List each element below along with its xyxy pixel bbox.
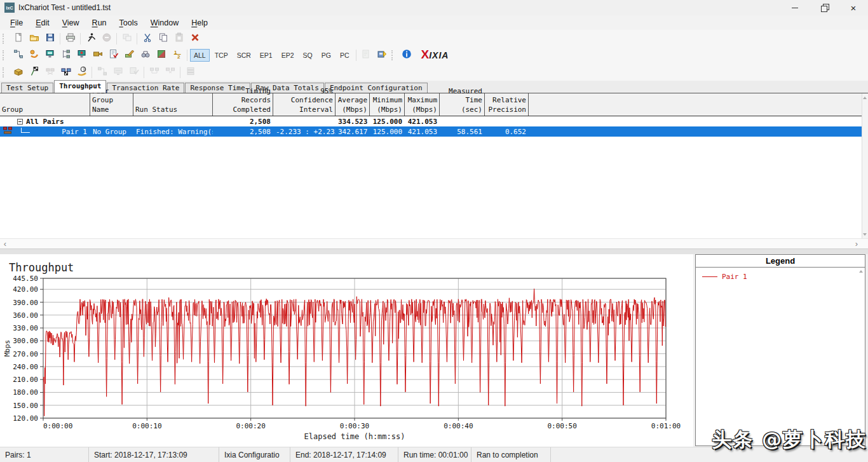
column-header-measured[interactable]: Measured Time (sec) [440, 93, 485, 116]
column-header-pair-group[interactable]: Pair Group Name [90, 93, 133, 116]
hand-checkered-ball-icon [77, 66, 87, 79]
cut-button[interactable] [139, 32, 155, 46]
pair-checkered-flags-button[interactable] [58, 65, 74, 79]
legend-scroll-up-icon[interactable] [859, 270, 863, 273]
cell-3: 2,508 [213, 128, 273, 136]
menu-edit[interactable]: Edit [29, 17, 56, 29]
filter-pc-button[interactable]: PC [336, 49, 353, 62]
svg-text:390.00: 390.00 [13, 299, 38, 307]
toolbar-grip[interactable] [3, 50, 7, 60]
new-document-button[interactable] [10, 32, 26, 46]
toolbar-separator [137, 33, 137, 44]
print-button[interactable] [62, 32, 78, 46]
scroll-left-icon[interactable]: ‹ [0, 240, 10, 248]
column-header-minimum[interactable]: Minimum (Mbps) [370, 93, 405, 116]
checkered-pin-button[interactable] [26, 65, 42, 79]
menu-help[interactable]: Help [185, 17, 214, 29]
add-video-multicast-button[interactable] [90, 48, 105, 62]
table-vertical-scrollbar[interactable] [862, 93, 868, 239]
hand-checkered-ball-button[interactable] [74, 65, 90, 79]
menu-tools[interactable]: Tools [113, 17, 144, 29]
column-header-maximum[interactable]: Maximum (Mbps) [405, 93, 440, 116]
clear-results-button[interactable] [42, 65, 58, 79]
unpack-test-icon [13, 66, 24, 79]
info-button[interactable] [399, 48, 415, 62]
abort-run-button[interactable] [187, 32, 203, 46]
column-header-run-status[interactable]: Run Status [133, 93, 213, 116]
table-horizontal-scrollbar[interactable]: ‹ › [0, 238, 868, 249]
close-button[interactable]: × [839, 0, 868, 15]
toolbar-grip[interactable] [3, 67, 7, 78]
column-header-relative[interactable]: Relative Precision [485, 93, 529, 116]
filter-sq-button[interactable]: SQ [299, 49, 316, 62]
toolbar-grip[interactable] [391, 50, 396, 60]
poll-endpoints-button[interactable] [110, 65, 126, 79]
open-folder-button[interactable] [26, 32, 42, 46]
tab-test-setup[interactable]: Test Setup [1, 83, 53, 93]
menu-view[interactable]: View [56, 17, 86, 29]
table-row-all-pairs[interactable]: −All Pairs2,508334.523125.000421.053 [0, 116, 868, 126]
connect-endpoints-button[interactable] [94, 65, 110, 79]
unlink-pairs-button[interactable] [162, 65, 178, 79]
ixload-pair-button[interactable] [153, 48, 169, 62]
menu-file[interactable]: File [4, 17, 29, 29]
link-pairs-button[interactable] [146, 65, 162, 79]
paste-button[interactable] [171, 32, 187, 46]
stack-pairs-button[interactable] [182, 65, 198, 79]
info-icon [402, 49, 412, 62]
svg-text:150.00: 150.00 [13, 402, 38, 410]
toolbar-grip[interactable] [3, 34, 7, 44]
legend-item-label: Pair 1 [722, 273, 747, 281]
close-icon: × [851, 3, 857, 13]
stop-test-button[interactable] [98, 32, 114, 46]
filter-all-button[interactable]: ALL [190, 49, 210, 62]
column-header-timing-records[interactable]: Timing Records Completed [213, 93, 273, 116]
legend-panel: Legend Pair 1 [695, 254, 865, 446]
toolbar-separator [80, 33, 81, 44]
cut-icon [142, 32, 153, 45]
legend-item-pair-1[interactable]: Pair 1 [702, 273, 858, 281]
tab-throughput[interactable]: Throughput [54, 80, 106, 93]
filter-tcp-button[interactable]: TCP [211, 49, 232, 62]
filter-pg-button[interactable]: PG [318, 49, 335, 62]
copy-button[interactable] [155, 32, 171, 46]
save-results-button[interactable] [374, 48, 390, 62]
column-header-filler[interactable] [529, 93, 868, 116]
export-results-button[interactable] [358, 48, 374, 62]
filter-scr-button[interactable]: SCR [233, 49, 255, 62]
unpack-test-button[interactable] [10, 65, 26, 79]
table-row-pair[interactable]: Pair 1No GroupFinished: Warning(s)2,508-… [0, 126, 868, 137]
verify-endpoints-button[interactable] [126, 65, 142, 79]
scroll-up-icon[interactable] [863, 97, 867, 99]
restore-button[interactable] [810, 0, 839, 15]
find-pair-button[interactable] [137, 48, 153, 62]
add-video-pair-button[interactable] [74, 48, 90, 62]
run-test-button[interactable] [83, 32, 98, 46]
add-multicast-group-button[interactable] [58, 48, 74, 62]
scroll-right-icon[interactable]: › [851, 240, 862, 248]
edit-run-options-button[interactable] [121, 48, 137, 62]
renumber-pairs-button[interactable]: 12 [169, 48, 185, 62]
column-header-average[interactable]: Average (Mbps) [336, 93, 370, 116]
tab-endpoint-configuration[interactable]: Endpoint Configuration [325, 83, 428, 93]
toolbar-pairs: 12ALLTCPSCREP1EP2SQPGPCXIXIA [0, 47, 868, 64]
edit-script-button[interactable] [105, 48, 121, 62]
expander-icon[interactable]: − [17, 119, 23, 125]
edit-script-icon [109, 49, 119, 62]
column-header-group[interactable]: Group [0, 93, 90, 116]
filter-ep1-button[interactable]: EP1 [256, 49, 276, 62]
menu-window[interactable]: Window [144, 17, 185, 29]
toolbar-separator [144, 67, 144, 78]
tile-windows-button[interactable] [119, 32, 135, 46]
scroll-down-icon[interactable] [863, 233, 867, 236]
add-pair-button[interactable] [10, 48, 26, 62]
add-hardware-pair-button[interactable] [42, 48, 58, 62]
minimize-button[interactable] [780, 0, 810, 15]
column-header-95-confidence[interactable]: 95% Confidence Interval [273, 93, 336, 116]
menu-run[interactable]: Run [86, 17, 113, 29]
app-icon: IxC [4, 3, 15, 13]
save-button[interactable] [42, 32, 58, 46]
filter-ep2-button[interactable]: EP2 [278, 49, 298, 62]
status-0: Pairs: 1 [0, 447, 89, 462]
add-vpn-pair-button[interactable] [26, 48, 42, 62]
